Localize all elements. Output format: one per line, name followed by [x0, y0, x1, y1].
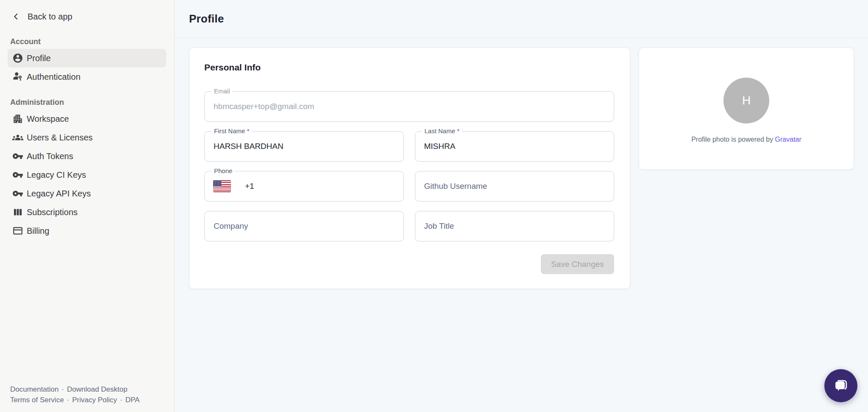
- company-field-container: [204, 211, 404, 241]
- gravatar-link[interactable]: Gravatar: [775, 136, 801, 143]
- github-username-field-container: [415, 171, 615, 202]
- sidebar-item-billing[interactable]: Billing: [8, 221, 166, 240]
- key-icon: [12, 151, 23, 162]
- app-window: Back to app Account Profile: [0, 0, 868, 412]
- section-header-administration: Administration: [10, 98, 164, 107]
- chat-launcher-button[interactable]: [824, 369, 857, 402]
- sidebar-item-legacy-ci-keys[interactable]: Legacy CI Keys: [8, 165, 166, 184]
- account-nav: Profile Authentication: [0, 49, 174, 86]
- phone-field-container: Phone: [204, 171, 404, 202]
- job-title-field-container: [415, 211, 615, 241]
- dpa-link[interactable]: DPA: [125, 396, 140, 404]
- sidebar-item-label: Users & Licenses: [27, 133, 93, 143]
- last-name-field[interactable]: [415, 131, 615, 162]
- phone-field[interactable]: [204, 171, 404, 202]
- credit-card-icon: [12, 225, 23, 237]
- personal-info-title: Personal Info: [204, 62, 614, 73]
- terms-of-service-link[interactable]: Terms of Service: [10, 396, 64, 404]
- sidebar-footer: Documentation·Download Desktop Terms of …: [10, 384, 139, 405]
- administration-nav: Workspace Users & Licenses Auth Tokens L…: [0, 109, 174, 240]
- sidebar-item-label: Legacy CI Keys: [27, 170, 86, 180]
- footer-row-1: Documentation·Download Desktop: [10, 384, 139, 395]
- settings-sidebar: Back to app Account Profile: [0, 0, 175, 412]
- main-content: Profile Personal Info Email First Name *: [175, 0, 868, 412]
- back-to-app-button[interactable]: Back to app: [0, 10, 174, 23]
- github-username-field[interactable]: [415, 171, 615, 202]
- chevron-left-icon: [10, 11, 22, 22]
- footer-row-2: Terms of Service·Privacy Policy·DPA: [10, 395, 139, 405]
- sidebar-item-auth-tokens[interactable]: Auth Tokens: [8, 147, 166, 165]
- dot-separator: ·: [61, 385, 64, 393]
- company-field[interactable]: [204, 211, 404, 241]
- avatar: H: [723, 78, 769, 123]
- chat-bubbles-icon: [832, 376, 850, 395]
- first-name-field-container: First Name *: [204, 131, 404, 162]
- photo-caption-text: Profile photo is powered by: [691, 136, 773, 143]
- section-header-account: Account: [10, 37, 164, 46]
- account-circle-icon: [12, 53, 23, 64]
- sidebar-item-profile[interactable]: Profile: [8, 49, 166, 67]
- sidebar-item-label: Profile: [27, 53, 51, 63]
- email-field[interactable]: [204, 91, 614, 122]
- photo-caption: Profile photo is powered by Gravatar: [691, 136, 801, 143]
- sidebar-item-label: Auth Tokens: [27, 151, 73, 161]
- dot-separator: ·: [120, 396, 122, 404]
- page-title: Profile: [189, 12, 224, 25]
- building-icon: [12, 113, 23, 125]
- sidebar-item-label: Legacy API Keys: [27, 189, 91, 199]
- sidebar-item-label: Billing: [27, 226, 49, 236]
- profile-photo-card: H Profile photo is powered by Gravatar: [639, 48, 854, 170]
- sidebar-item-label: Workspace: [27, 114, 69, 124]
- save-row: Save Changes: [204, 254, 614, 274]
- page-header: Profile: [175, 0, 868, 38]
- people-group-icon: [12, 132, 23, 143]
- us-flag-icon[interactable]: [213, 180, 231, 192]
- sidebar-item-legacy-api-keys[interactable]: Legacy API Keys: [8, 184, 166, 203]
- back-to-app-label: Back to app: [28, 12, 72, 22]
- columns-icon: [12, 207, 23, 218]
- passkey-icon: [12, 71, 23, 83]
- content-area: Personal Info Email First Name * Last Na…: [175, 38, 868, 289]
- key-icon: [12, 169, 23, 181]
- dot-separator: ·: [67, 396, 70, 404]
- first-name-field[interactable]: [204, 131, 404, 162]
- save-changes-button[interactable]: Save Changes: [541, 254, 614, 274]
- documentation-link[interactable]: Documentation: [10, 385, 58, 393]
- sidebar-item-label: Subscriptions: [27, 207, 78, 217]
- sidebar-item-label: Authentication: [27, 72, 81, 82]
- sidebar-item-workspace[interactable]: Workspace: [8, 109, 166, 128]
- last-name-field-container: Last Name *: [415, 131, 615, 162]
- email-field-container: Email: [204, 91, 614, 122]
- personal-info-card: Personal Info Email First Name * Last Na…: [189, 48, 630, 289]
- download-desktop-link[interactable]: Download Desktop: [67, 385, 128, 393]
- sidebar-item-users-licenses[interactable]: Users & Licenses: [8, 128, 166, 147]
- privacy-policy-link[interactable]: Privacy Policy: [72, 396, 117, 404]
- sidebar-item-authentication[interactable]: Authentication: [8, 67, 166, 86]
- sidebar-item-subscriptions[interactable]: Subscriptions: [8, 203, 166, 221]
- key-icon: [12, 188, 23, 199]
- job-title-field[interactable]: [415, 211, 615, 241]
